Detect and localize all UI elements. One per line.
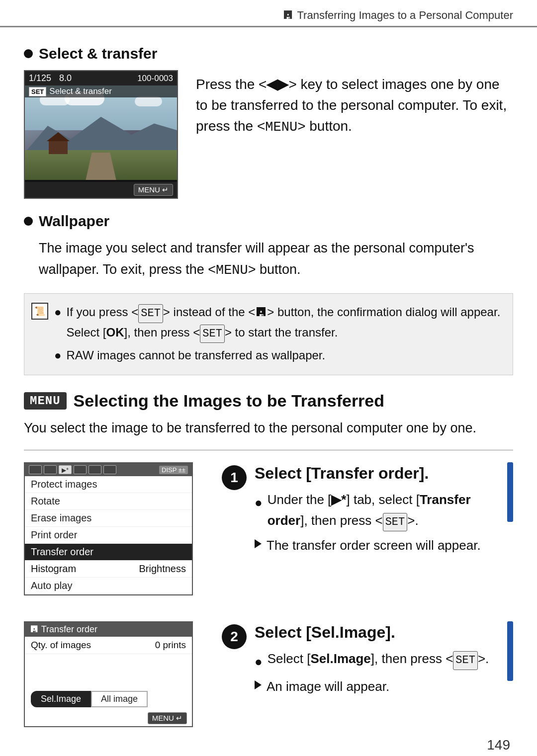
step-2-text-1: Select [Sel.Image], then press <SET>. (268, 649, 489, 670)
step-2-group: 🖪 Transfer order Qty. of images 0 prints… (24, 621, 513, 741)
menu-autoplay: Auto play (25, 578, 192, 594)
wallpaper-title: Wallpaper (39, 213, 109, 230)
menu-erase: Erase images (25, 510, 192, 527)
cam-menu2-bottom: MENU ↵ (25, 710, 192, 726)
disp-button: DISP ±± (159, 466, 188, 474)
blue-bar-1 (507, 462, 513, 522)
step-1-camera-menu: ▶* DISP ±± Protect images Rotate Erase i… (24, 462, 193, 595)
steps-area: ▶* DISP ±± Protect images Rotate Erase i… (24, 462, 513, 753)
step-1-text-1: Under the [▶*] tab, select [Transfer ord… (268, 490, 503, 531)
tri-arrow-1 (255, 539, 262, 548)
icon-2 (44, 465, 57, 474)
wallpaper-text: The image you select and transfer will a… (39, 238, 513, 281)
step-2-right: 2 Select [Sel.Image]. ● Select [Sel.Imag… (222, 621, 513, 701)
frame-number: 100-0003 (137, 74, 173, 84)
cam-menu2-spacer (25, 654, 192, 684)
camera-screen-1: 1/125 8.0 100-0003 SET Select & transfer (24, 70, 178, 199)
menu-intro: You select the image to be transferred t… (24, 418, 513, 439)
wallpaper-heading: Wallpaper (24, 213, 513, 230)
bullet-dot-1: ● (255, 493, 263, 513)
menu-section-title: Selecting the Images to be Transferred (74, 391, 384, 411)
camera-label: Select & transfer (49, 86, 112, 96)
page-number: 149 (487, 737, 510, 753)
bullet-icon-2 (24, 217, 33, 226)
step-2-text-2: An image will appear. (267, 676, 389, 697)
menu-print: Print order (25, 527, 192, 544)
icon-6 (103, 465, 116, 474)
camera-bottom-bar: MENU ↵ (25, 182, 177, 198)
histogram-label: Histogram (31, 563, 76, 575)
aperture: 8.0 (59, 73, 72, 84)
icon-1 (29, 465, 42, 474)
bullet-dot-2: ● (255, 652, 263, 672)
page-header: 🖪 Transferring Images to a Personal Comp… (0, 0, 537, 27)
btn-all-image: All image (91, 691, 148, 707)
menu-protect: Protect images (25, 476, 192, 493)
tri-arrow-2 (255, 680, 262, 689)
btn-sel-image: Sel.Image (31, 691, 91, 707)
step-1-right: 1 Select [Transfer order]. ● Under the [… (222, 462, 513, 560)
bullet-icon (24, 49, 33, 58)
step-1-content: ● Under the [▶*] tab, select [Transfer o… (255, 490, 503, 556)
menu-badge: MENU (24, 392, 67, 410)
qty-label: Qty. of images (31, 640, 91, 651)
header-text: 🖪 Transferring Images to a Personal Comp… (282, 9, 514, 22)
note-text-2: RAW images cannot be transferred as wall… (67, 346, 326, 365)
step-2-title: Select [Sel.Image]. (255, 623, 503, 642)
step-2-number: 2 (222, 624, 247, 649)
shutter-speed: 1/125 (29, 73, 51, 84)
set-badge: SET (29, 87, 46, 96)
blue-bar-2 (507, 621, 513, 681)
icon-5 (89, 465, 101, 474)
step-2-arrow: An image will appear. (255, 676, 503, 697)
menu-rotate: Rotate (25, 493, 192, 510)
step-1-text-2: The transfer order screen will appear. (267, 535, 481, 556)
menu-section-heading: MENU Selecting the Images to be Transfer… (24, 391, 513, 411)
note-icon: 📜 (31, 303, 48, 320)
camera-image-area (25, 85, 177, 180)
step-1-arrow: The transfer order screen will appear. (255, 535, 503, 556)
icon-3-active: ▶* (59, 465, 72, 474)
camera-menu-btn: MENU ↵ (134, 184, 173, 196)
cam-top-icons: ▶* (29, 465, 116, 474)
step-1-group: ▶* DISP ±± Protect images Rotate Erase i… (24, 462, 513, 609)
wallpaper-section: Wallpaper The image you select and trans… (24, 213, 513, 281)
menu-btn-2: MENU ↵ (148, 712, 187, 724)
note-bullet-1: ● (54, 303, 62, 342)
step-2-details: Select [Sel.Image]. ● Select [Sel.Image]… (255, 621, 503, 701)
step-1-content-wrap: 1 Select [Transfer order]. ● Under the [… (222, 462, 503, 560)
step-2-content-wrap: 2 Select [Sel.Image]. ● Select [Sel.Imag… (222, 621, 503, 701)
note-item-1: ● If you press <SET> instead of the <🖪> … (54, 303, 502, 342)
note-box: 📜 ● If you press <SET> instead of the <🖪… (24, 293, 513, 375)
select-transfer-block: 1/125 8.0 100-0003 SET Select & transfer (24, 70, 513, 199)
step-2-bullet-1: ● Select [Sel.Image], then press <SET>. (255, 649, 503, 672)
cam-menu-top: ▶* DISP ±± (25, 463, 192, 476)
step-1-title: Select [Transfer order]. (255, 464, 503, 483)
cam-menu2-qty-row: Qty. of images 0 prints (25, 637, 192, 654)
divider (24, 450, 513, 450)
arrow-keys: ◀▶ (267, 77, 288, 92)
camera-label-bar: SET Select & transfer (25, 85, 177, 97)
menu-histogram: Histogram Brightness (25, 561, 192, 578)
cam-menu2-buttons: Sel.Image All image (25, 684, 192, 710)
press-text: Press the < (196, 77, 267, 92)
header-label: Transferring Images to a Personal Comput… (297, 9, 514, 22)
select-transfer-heading: Select & transfer (24, 45, 513, 62)
camera-top-left: 1/125 8.0 (29, 73, 72, 84)
step-1-number: 1 (222, 465, 247, 490)
step-1-details: Select [Transfer order]. ● Under the [▶*… (255, 462, 503, 560)
cam-menu2-header: 🖪 Transfer order (25, 622, 192, 637)
note-item-2: ● RAW images cannot be transferred as wa… (54, 346, 502, 365)
menu-text: MENU (265, 120, 297, 135)
step-2-camera-menu: 🖪 Transfer order Qty. of images 0 prints… (24, 621, 193, 727)
step-1-bullet-1: ● Under the [▶*] tab, select [Transfer o… (255, 490, 503, 531)
press-text-3: > button. (297, 118, 352, 134)
brightness-label: Brightness (139, 563, 186, 575)
icon-4 (74, 465, 87, 474)
qty-value: 0 prints (155, 640, 186, 651)
note-bullet-2: ● (54, 346, 62, 365)
select-transfer-description: Press the <◀▶> key to select images one … (196, 70, 513, 138)
step-2-content: ● Select [Sel.Image], then press <SET>. … (255, 649, 503, 697)
wallpaper-menu: MENU (216, 263, 248, 278)
cam-menu-list: Protect images Rotate Erase images Print… (25, 476, 192, 594)
